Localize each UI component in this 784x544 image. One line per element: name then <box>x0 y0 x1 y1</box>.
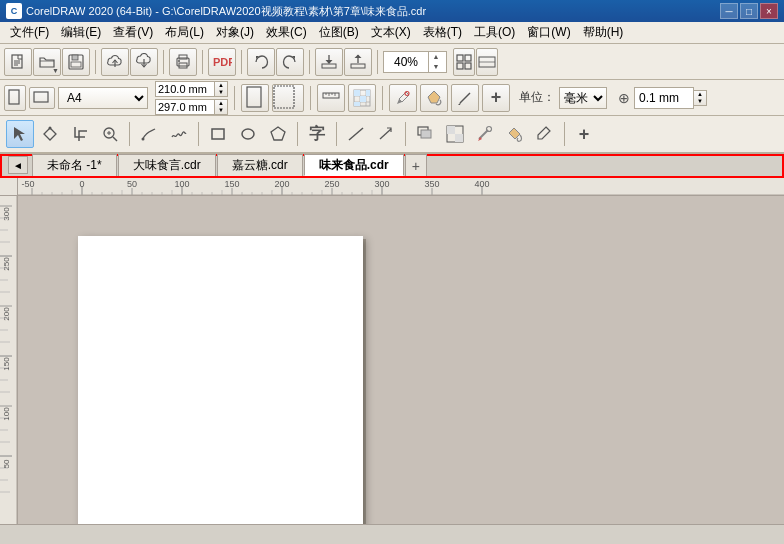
page-border-button[interactable] <box>272 84 304 112</box>
tool-freehand[interactable] <box>165 120 193 148</box>
tool-ellipse[interactable] <box>234 120 262 148</box>
svg-text:200: 200 <box>274 179 289 189</box>
minimize-button[interactable]: ─ <box>720 3 738 19</box>
tab-add-button[interactable]: + <box>405 154 427 176</box>
menu-tools[interactable]: 工具(O) <box>468 22 521 43</box>
save-button[interactable] <box>62 48 90 76</box>
tab-weilaishipin[interactable]: 味来食品.cdr <box>304 154 404 176</box>
tools-toolbar: 字 + <box>0 116 784 154</box>
width-row: ▲ ▼ <box>155 81 228 97</box>
sep-8 <box>310 86 311 110</box>
tab-unnamed[interactable]: 未命名 -1* <box>32 154 117 176</box>
options-button[interactable] <box>476 48 498 76</box>
svg-rect-61 <box>455 134 463 142</box>
tool-select[interactable] <box>6 120 34 148</box>
close-button[interactable]: × <box>760 3 778 19</box>
menu-view[interactable]: 查看(V) <box>107 22 159 43</box>
height-row: ▲ ▼ <box>155 99 228 115</box>
fill-btn[interactable] <box>420 84 448 112</box>
menu-file[interactable]: 文件(F) <box>4 22 55 43</box>
svg-line-48 <box>113 137 117 141</box>
app-window: C CorelDRAW 2020 (64-Bit) - G:\CorelDRAW… <box>0 0 784 544</box>
nudge-input[interactable] <box>634 87 694 109</box>
svg-text:150: 150 <box>2 357 11 371</box>
tool-pattern[interactable] <box>441 120 469 148</box>
menu-help[interactable]: 帮助(H) <box>577 22 630 43</box>
cloud-download-button[interactable] <box>130 48 158 76</box>
svg-text:0: 0 <box>79 179 84 189</box>
cloud-upload-button[interactable] <box>101 48 129 76</box>
nudge-input-wrap: ▲ ▼ <box>634 87 707 109</box>
undo-button[interactable] <box>247 48 275 76</box>
tab-daweishipin[interactable]: 大味食言.cdr <box>118 154 216 176</box>
tool-add[interactable]: + <box>570 120 598 148</box>
tool-eyedrop[interactable] <box>471 120 499 148</box>
nudge-down[interactable]: ▼ <box>694 98 706 105</box>
page-size-select[interactable]: A4 A3 Letter Custom <box>58 87 148 109</box>
nudge-icon: ⊕ <box>618 90 630 106</box>
publish-button[interactable]: PDF <box>208 48 236 76</box>
tool-fill[interactable] <box>501 120 529 148</box>
menu-text[interactable]: 文本(X) <box>365 22 417 43</box>
tool-text[interactable]: 字 <box>303 120 331 148</box>
svg-rect-25 <box>34 92 48 102</box>
portrait-button[interactable] <box>4 85 26 111</box>
tool-shadow[interactable] <box>411 120 439 148</box>
landscape-button[interactable] <box>29 87 55 109</box>
height-input[interactable] <box>155 99 215 115</box>
full-page-button[interactable] <box>241 84 269 112</box>
vertical-ruler: 300 250 200 150 100 50 <box>0 196 18 524</box>
menu-edit[interactable]: 编辑(E) <box>55 22 107 43</box>
new-button[interactable] <box>4 48 32 76</box>
tool-line[interactable] <box>342 120 370 148</box>
tool-pen[interactable] <box>135 120 163 148</box>
height-down-arrow[interactable]: ▼ <box>215 107 227 114</box>
rulers-button[interactable] <box>317 84 345 112</box>
zoom-control[interactable]: 40% ▲ ▼ <box>383 51 447 73</box>
menu-effects[interactable]: 效果(C) <box>260 22 313 43</box>
tool-rect[interactable] <box>204 120 232 148</box>
tool-zoom[interactable] <box>96 120 124 148</box>
tool-shape[interactable] <box>36 120 64 148</box>
width-up-arrow[interactable]: ▲ <box>215 82 227 89</box>
svg-text:50: 50 <box>2 459 11 468</box>
tool-polygon[interactable] <box>264 120 292 148</box>
add-btn[interactable]: + <box>482 84 510 112</box>
menu-layout[interactable]: 布局(L) <box>159 22 210 43</box>
import-down-button[interactable] <box>315 48 343 76</box>
tool-sep-4 <box>336 122 337 146</box>
maximize-button[interactable]: □ <box>740 3 758 19</box>
svg-line-56 <box>380 129 391 139</box>
tool-crop[interactable] <box>66 120 94 148</box>
width-input[interactable] <box>155 81 215 97</box>
tab-jiayuntang[interactable]: 嘉云糖.cdr <box>217 154 303 176</box>
menu-bitmap[interactable]: 位图(B) <box>313 22 365 43</box>
open-button[interactable]: ▼ <box>33 48 61 76</box>
tool-sep-5 <box>405 122 406 146</box>
zoom-down-arrow[interactable]: ▼ <box>429 62 443 72</box>
redo-button[interactable] <box>276 48 304 76</box>
zoom-input[interactable]: 40% <box>384 55 428 69</box>
nudge-up[interactable]: ▲ <box>694 91 706 98</box>
unit-select[interactable]: 毫米 厘米 英寸 像素 <box>559 87 607 109</box>
width-down-arrow[interactable]: ▼ <box>215 89 227 96</box>
tool-connector[interactable] <box>372 120 400 148</box>
menu-window[interactable]: 窗口(W) <box>521 22 576 43</box>
svg-line-55 <box>349 128 363 140</box>
zoom-up-arrow[interactable]: ▲ <box>429 52 443 62</box>
height-up-arrow[interactable]: ▲ <box>215 100 227 107</box>
fit-page-button[interactable] <box>453 48 475 76</box>
menu-bar: 文件(F) 编辑(E) 查看(V) 布局(L) 对象(J) 效果(C) 位图(B… <box>0 22 784 44</box>
tab-scroll-left[interactable]: ◄ <box>8 156 28 174</box>
eyedropper-btn[interactable] <box>389 84 417 112</box>
drawing-page[interactable] <box>78 236 363 524</box>
print-button[interactable] <box>169 48 197 76</box>
menu-object[interactable]: 对象(J) <box>210 22 260 43</box>
tool-pen2[interactable] <box>531 120 559 148</box>
pen-btn[interactable] <box>451 84 479 112</box>
canvas-content[interactable] <box>18 196 784 524</box>
grid-button[interactable] <box>348 84 376 112</box>
svg-marker-54 <box>271 127 285 140</box>
export-up-button[interactable] <box>344 48 372 76</box>
menu-table[interactable]: 表格(T) <box>417 22 468 43</box>
